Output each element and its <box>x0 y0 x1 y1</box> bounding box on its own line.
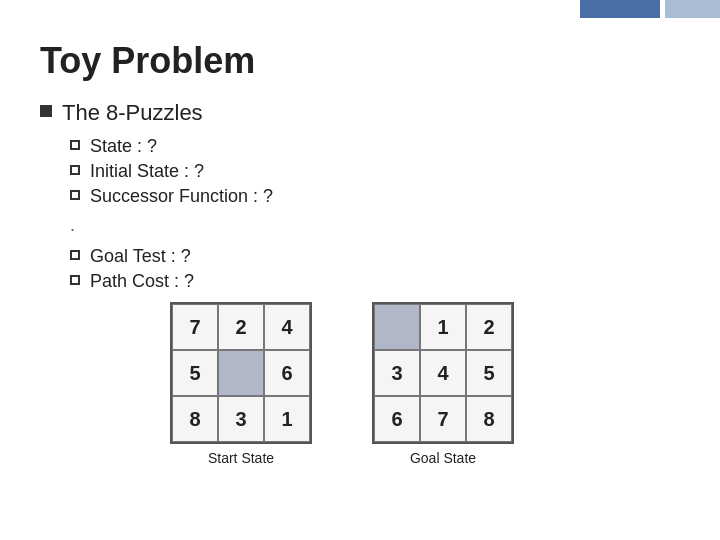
sub-bullet-initial-state-text: Initial State : ? <box>90 161 204 182</box>
sub-bullet-state-icon <box>70 140 80 150</box>
goal-cell-1: 1 <box>420 304 466 350</box>
start-cell-6: 8 <box>172 396 218 442</box>
sub-bullet-goal-test-text: Goal Test : ? <box>90 246 191 267</box>
goal-cell-8: 8 <box>466 396 512 442</box>
sub-bullet-successor: Successor Function : ? <box>70 186 680 207</box>
puzzles-area: 72456831 Start State 12345678 Goal State <box>170 302 680 466</box>
sub-bullet-state: State : ? <box>70 136 680 157</box>
start-state-label: Start State <box>208 450 274 466</box>
sub-bullet-goal-test: Goal Test : ? <box>70 246 680 267</box>
start-cell-2: 4 <box>264 304 310 350</box>
goal-cell-4: 4 <box>420 350 466 396</box>
sub-bullets-group1: State : ? Initial State : ? Successor Fu… <box>70 136 680 207</box>
sub-bullet-path-cost-text: Path Cost : ? <box>90 271 194 292</box>
goal-state-label: Goal State <box>410 450 476 466</box>
start-state-container: 72456831 Start State <box>170 302 312 466</box>
goal-cell-5: 5 <box>466 350 512 396</box>
sub-bullet-successor-text: Successor Function : ? <box>90 186 273 207</box>
start-cell-5: 6 <box>264 350 310 396</box>
start-cell-0: 7 <box>172 304 218 350</box>
slide: Toy Problem The 8-Puzzles State : ? Init… <box>0 0 720 540</box>
goal-cell-2: 2 <box>466 304 512 350</box>
sub-bullet-path-cost-icon <box>70 275 80 285</box>
goal-cell-3: 3 <box>374 350 420 396</box>
sub-bullet-goal-test-icon <box>70 250 80 260</box>
main-bullet-icon <box>40 105 52 117</box>
goal-cell-6: 6 <box>374 396 420 442</box>
goal-state-container: 12345678 Goal State <box>372 302 514 466</box>
start-cell-4 <box>218 350 264 396</box>
sub-bullet-path-cost: Path Cost : ? <box>70 271 680 292</box>
start-cell-1: 2 <box>218 304 264 350</box>
start-cell-8: 1 <box>264 396 310 442</box>
sub-bullet-successor-icon <box>70 190 80 200</box>
dot-line: . <box>70 215 680 236</box>
goal-cell-0 <box>374 304 420 350</box>
start-cell-3: 5 <box>172 350 218 396</box>
page-title: Toy Problem <box>40 40 680 82</box>
main-bullet-text: The 8-Puzzles <box>62 100 203 126</box>
goal-state-grid: 12345678 <box>372 302 514 444</box>
deco-bar-1 <box>580 0 660 18</box>
main-bullet: The 8-Puzzles <box>40 100 680 126</box>
sub-bullets-group2: Goal Test : ? Path Cost : ? <box>70 246 680 292</box>
sub-bullet-initial-state-icon <box>70 165 80 175</box>
sub-bullet-initial-state: Initial State : ? <box>70 161 680 182</box>
start-cell-7: 3 <box>218 396 264 442</box>
deco-bar-2 <box>665 0 720 18</box>
goal-cell-7: 7 <box>420 396 466 442</box>
start-state-grid: 72456831 <box>170 302 312 444</box>
sub-bullet-state-text: State : ? <box>90 136 157 157</box>
